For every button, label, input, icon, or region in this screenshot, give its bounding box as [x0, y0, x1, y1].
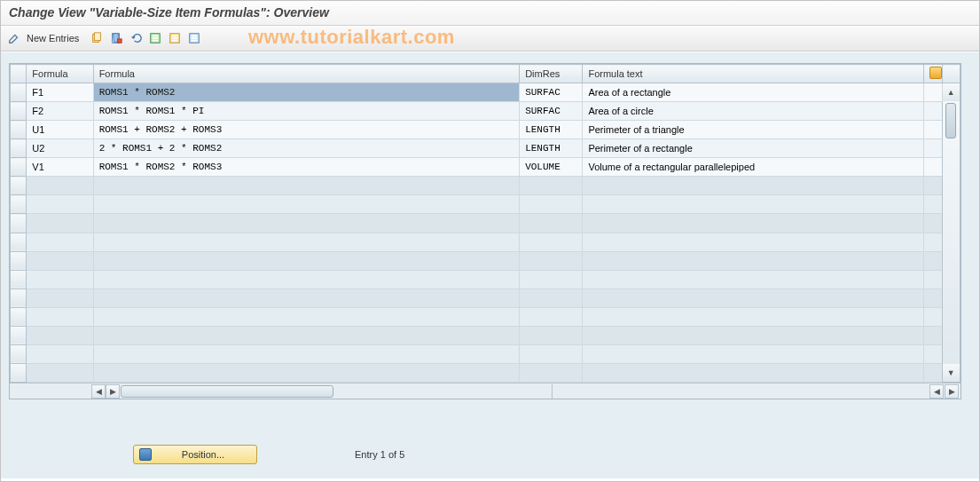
table-row[interactable] [11, 214, 960, 233]
table-row[interactable] [11, 363, 960, 382]
row-selector[interactable] [11, 214, 27, 233]
cell-formula-key[interactable]: F2 [27, 102, 93, 121]
undo-change-icon[interactable] [127, 29, 145, 47]
row-selector[interactable] [11, 288, 27, 307]
position-button[interactable]: Position... [133, 445, 257, 464]
select-block-icon[interactable] [166, 29, 184, 47]
table-row[interactable]: U22 * ROMS1 + 2 * ROMS2LENGTHPerimeter o… [11, 139, 960, 158]
copy-as-icon[interactable] [88, 29, 106, 47]
cell-dimres[interactable] [520, 363, 583, 382]
cell-formula-text[interactable] [583, 326, 924, 344]
cell-formula-key[interactable]: U1 [27, 121, 93, 139]
cell-formula-key[interactable] [27, 288, 93, 307]
cell-dimres[interactable] [520, 307, 583, 326]
cell-dimres[interactable]: SURFAC [520, 102, 583, 121]
cell-formula-text[interactable] [583, 233, 924, 251]
cell-formula-key[interactable] [27, 326, 93, 344]
new-entries-button[interactable]: New Entries [25, 33, 86, 43]
hscroll-thumb[interactable] [121, 385, 333, 398]
column-header-formula[interactable]: Formula [93, 65, 520, 83]
cell-formula[interactable] [93, 288, 520, 307]
cell-dimres[interactable] [520, 251, 583, 270]
cell-dimres[interactable] [520, 288, 583, 307]
table-row[interactable] [11, 195, 960, 214]
column-header-dimres[interactable]: DimRes [520, 65, 583, 83]
cell-formula[interactable]: ROMS1 * ROMS1 * PI [93, 102, 520, 121]
cell-formula-key[interactable] [27, 363, 93, 382]
cell-formula-text[interactable]: Perimeter of a rectangle [583, 139, 924, 158]
row-selector[interactable] [11, 326, 27, 344]
row-selector[interactable] [11, 102, 27, 121]
cell-formula-key[interactable]: U2 [27, 139, 93, 158]
table-row[interactable] [11, 270, 960, 288]
cell-dimres[interactable] [520, 177, 583, 195]
vscroll-up-icon[interactable]: ▲ [943, 83, 960, 101]
cell-formula-key[interactable] [27, 214, 93, 233]
cell-formula-text[interactable] [583, 195, 924, 214]
table-row[interactable]: F2ROMS1 * ROMS1 * PISURFACArea of a circ… [11, 102, 960, 121]
cell-formula-key[interactable]: V1 [27, 158, 93, 177]
configure-columns-button[interactable] [924, 65, 942, 83]
cell-formula[interactable] [93, 233, 520, 251]
cell-formula-key[interactable] [27, 177, 93, 195]
row-selector[interactable] [11, 363, 27, 382]
cell-formula[interactable] [93, 363, 520, 382]
row-selector[interactable] [11, 83, 27, 102]
delete-icon[interactable] [107, 29, 125, 47]
cell-formula[interactable] [93, 270, 520, 288]
cell-dimres[interactable]: LENGTH [520, 139, 583, 158]
cell-formula-text[interactable]: Volume of a rectangular parallelepiped [583, 158, 924, 177]
select-all-icon[interactable] [146, 29, 164, 47]
hscroll-left-icon[interactable]: ◀ [91, 384, 106, 399]
cell-dimres[interactable] [520, 195, 583, 214]
hscroll-left-icon-2[interactable]: ◀ [929, 384, 944, 399]
cell-formula-text[interactable] [583, 214, 924, 233]
row-selector[interactable] [11, 139, 27, 158]
row-selector[interactable] [11, 344, 27, 363]
row-selector[interactable] [11, 233, 27, 251]
cell-formula-text[interactable] [583, 177, 924, 195]
row-selector[interactable] [11, 158, 27, 177]
row-selector[interactable] [11, 270, 27, 288]
cell-dimres[interactable] [520, 214, 583, 233]
vscroll-down-icon[interactable]: ▼ [943, 364, 960, 382]
row-selector[interactable] [11, 251, 27, 270]
hscroll-right-icon-2[interactable]: ▶ [945, 384, 959, 399]
cell-formula-key[interactable] [27, 233, 93, 251]
cell-dimres[interactable] [520, 344, 583, 363]
cell-formula[interactable]: 2 * ROMS1 + 2 * ROMS2 [93, 139, 520, 158]
cell-formula-key[interactable]: F1 [27, 83, 93, 102]
cell-dimres[interactable]: SURFAC [520, 83, 583, 102]
cell-dimres[interactable]: VOLUME [520, 158, 583, 177]
cell-formula-text[interactable] [583, 307, 924, 326]
vscroll-cell[interactable]: ▲▼ [942, 83, 960, 383]
table-row[interactable] [11, 177, 960, 195]
toggle-display-change-icon[interactable] [5, 29, 23, 47]
cell-formula-key[interactable] [27, 344, 93, 363]
cell-formula-key[interactable] [27, 195, 93, 214]
vscroll-thumb[interactable] [945, 103, 956, 138]
table-row[interactable]: F1ROMS1 * ROMS2SURFACArea of a rectangle… [11, 83, 960, 102]
cell-dimres[interactable] [520, 326, 583, 344]
row-selector[interactable] [11, 195, 27, 214]
cell-formula[interactable] [93, 251, 520, 270]
cell-formula[interactable] [93, 214, 520, 233]
cell-formula[interactable]: ROMS1 + ROMS2 + ROMS3 [93, 121, 520, 139]
cell-formula-text[interactable] [583, 270, 924, 288]
cell-formula-text[interactable]: Perimeter of a triangle [583, 121, 924, 139]
table-row[interactable] [11, 326, 960, 344]
cell-formula-text[interactable] [583, 288, 924, 307]
table-row[interactable] [11, 307, 960, 326]
row-selector[interactable] [11, 177, 27, 195]
cell-dimres[interactable] [520, 233, 583, 251]
cell-formula[interactable] [93, 307, 520, 326]
cell-formula[interactable] [93, 344, 520, 363]
row-selector[interactable] [11, 121, 27, 139]
cell-formula[interactable]: ROMS1 * ROMS2 [93, 83, 520, 102]
table-row[interactable]: V1ROMS1 * ROMS2 * ROMS3VOLUMEVolume of a… [11, 158, 960, 177]
table-row[interactable] [11, 233, 960, 251]
column-header-formula-key[interactable]: Formula [27, 65, 93, 83]
cell-formula-text[interactable] [583, 251, 924, 270]
cell-formula[interactable] [93, 326, 520, 344]
cell-formula-key[interactable] [27, 270, 93, 288]
